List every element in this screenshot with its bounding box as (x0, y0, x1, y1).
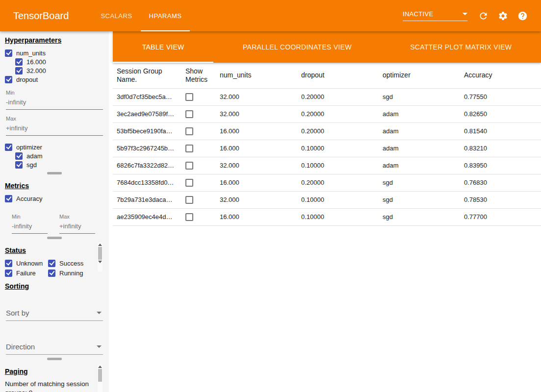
accuracy-cell: 0.81540 (460, 122, 541, 140)
matching-groups-count: Number of matching session groups: 8 (5, 380, 92, 392)
tab-parallel-coordinates-view[interactable]: PARALLEL COORDINATES VIEW (213, 31, 381, 63)
tab-scatter-plot-matrix-view[interactable]: SCATTER PLOT MATRIX VIEW (381, 31, 541, 63)
settings-button[interactable] (493, 6, 513, 25)
checkbox-checked-icon (5, 270, 12, 277)
session-group-name-cell: 3ec2aed9e07589f… (113, 105, 181, 122)
checkbox-checked-icon (15, 67, 23, 74)
max-label: Max (6, 116, 104, 122)
tab-table-view[interactable]: TABLE VIEW (113, 31, 213, 63)
status-heading: Status (5, 246, 104, 254)
metric-min-field: Min (12, 214, 48, 234)
metric-max-input[interactable] (59, 220, 95, 234)
dropout-max-input[interactable] (6, 122, 103, 136)
section-splitter (0, 169, 109, 177)
dropout-max-field: Max (6, 116, 104, 136)
checkbox-optimizer-sgd[interactable]: sgd (15, 160, 104, 169)
checkbox-num-units-16[interactable]: 16.000 (15, 57, 104, 66)
checkbox-checked-icon (48, 270, 55, 277)
checkbox-status-failure[interactable]: Failure (5, 269, 48, 277)
show-metrics-checkbox[interactable] (185, 145, 193, 152)
session-group-name-cell: 3df0d7cf35bec5a… (113, 88, 181, 105)
table-row[interactable]: 53bf5bece9190fa… 16.000 0.20000 adam 0.8… (113, 122, 541, 140)
splitter-handle[interactable] (47, 172, 62, 174)
table-row[interactable]: 7684dcc13358fd0… 16.000 0.20000 sgd 0.76… (113, 174, 541, 191)
session-group-name-cell: ae235909ec4e4d… (113, 208, 181, 225)
table-header-row: Session Group Name. Show Metrics num_uni… (113, 63, 541, 88)
optimizer-cell: adam (379, 122, 460, 140)
paging-heading: Paging (5, 368, 104, 375)
optimizer-cell: sgd (379, 88, 460, 105)
table-row[interactable]: ae235909ec4e4d… 16.000 0.10000 sgd 0.777… (113, 208, 541, 225)
session-group-name-cell: 53bf5bece9190fa… (113, 122, 181, 140)
sorting-heading: Sorting (5, 282, 104, 290)
metric-min-input[interactable] (12, 220, 48, 234)
scrollbar-thumb[interactable] (98, 369, 102, 382)
scroll-down-icon[interactable] (98, 261, 102, 263)
checkbox-num-units[interactable]: num_units (5, 49, 104, 57)
show-metrics-cell (181, 208, 216, 225)
show-metrics-checkbox[interactable] (185, 179, 193, 187)
show-metrics-checkbox[interactable] (185, 127, 193, 135)
table-row[interactable]: 3df0d7cf35bec5a… 32.000 0.20000 sgd 0.77… (113, 88, 541, 105)
metric-max-field: Max (59, 214, 95, 234)
scroll-up-icon[interactable] (98, 366, 102, 368)
table-row[interactable]: 5b97f3c2967245b… 16.000 0.10000 adam 0.8… (113, 140, 541, 157)
section-splitter (0, 234, 109, 242)
status-scrollbar[interactable] (98, 243, 103, 272)
refresh-button[interactable] (473, 6, 493, 25)
accuracy-cell: 0.78530 (460, 191, 541, 208)
dropout-cell: 0.20000 (297, 122, 379, 140)
checkbox-label: Failure (16, 270, 36, 277)
direction-value: Direction (6, 343, 35, 351)
main-content: TABLE VIEW PARALLEL COORDINATES VIEW SCA… (113, 31, 541, 392)
checkbox-status-unknown[interactable]: Unknown (5, 259, 48, 268)
chevron-down-icon (97, 345, 102, 348)
checkbox-checked-icon (15, 152, 23, 160)
checkbox-label: Accuracy (16, 195, 42, 202)
checkbox-accuracy[interactable]: Accuracy (5, 194, 104, 203)
num-units-cell: 16.000 (216, 122, 297, 140)
help-button[interactable] (513, 6, 532, 25)
dropout-cell: 0.10000 (297, 191, 379, 208)
sort-by-select[interactable]: Sort by (6, 309, 103, 321)
accuracy-cell: 0.77700 (460, 208, 541, 225)
app-bar: TensorBoard SCALARS HPARAMS INACTIVE (0, 0, 541, 31)
optimizer-cell: adam (379, 105, 460, 122)
checkbox-dropout[interactable]: dropout (5, 75, 104, 84)
show-metrics-checkbox[interactable] (185, 196, 193, 204)
checkbox-checked-icon (48, 260, 55, 267)
paging-scrollbar[interactable] (98, 365, 103, 392)
table-row[interactable]: 3ec2aed9e07589f… 32.000 0.20000 adam 0.8… (113, 105, 541, 122)
num-units-cell: 16.000 (216, 174, 297, 191)
tab-scalars[interactable]: SCALARS (92, 0, 140, 31)
checkbox-optimizer-adam[interactable]: adam (15, 151, 104, 160)
show-metrics-checkbox[interactable] (185, 162, 193, 170)
show-metrics-checkbox[interactable] (185, 213, 193, 221)
sorting-section: Sorting Sort by Direction (0, 277, 109, 355)
direction-select[interactable]: Direction (6, 343, 103, 355)
dropout-min-input[interactable] (6, 97, 103, 110)
splitter-handle[interactable] (47, 237, 62, 239)
tab-hparams[interactable]: HPARAMS (141, 0, 190, 31)
checkbox-status-success[interactable]: Success (48, 259, 92, 268)
refresh-icon (478, 11, 489, 21)
show-metrics-checkbox[interactable] (185, 110, 193, 118)
metrics-section: Metrics Accuracy Min Max (0, 177, 109, 234)
show-metrics-cell (181, 157, 216, 174)
scrollbar-thumb[interactable] (98, 247, 102, 260)
table-row[interactable]: 6826c7fa3322d82… 32.000 0.10000 adam 0.8… (113, 157, 541, 174)
scroll-up-icon[interactable] (98, 244, 102, 246)
status-options: Unknown Success Failure Running (5, 259, 92, 277)
app-title: TensorBoard (13, 10, 69, 22)
checkbox-checked-icon (5, 49, 12, 57)
run-selector[interactable]: INACTIVE (403, 10, 467, 21)
checkbox-status-running[interactable]: Running (48, 269, 92, 277)
sidebar: Hyperparameters num_units 16.000 32.000 … (0, 31, 109, 392)
show-metrics-checkbox[interactable] (185, 93, 193, 101)
num-units-cell: 32.000 (216, 191, 297, 208)
checkbox-num-units-32[interactable]: 32.000 (15, 66, 104, 75)
checkbox-optimizer[interactable]: optimizer (5, 143, 104, 151)
table-row[interactable]: 7b29a731e3daca… 32.000 0.10000 sgd 0.785… (113, 191, 541, 208)
splitter-handle[interactable] (47, 358, 62, 360)
show-metrics-cell (181, 105, 216, 122)
